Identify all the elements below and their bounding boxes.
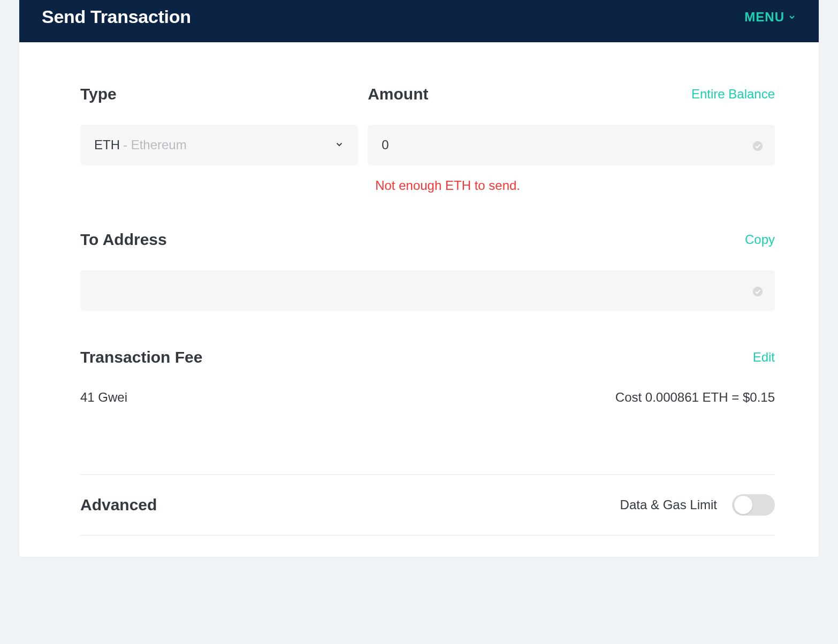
card-header: Send Transaction MENU (19, 0, 819, 42)
type-label: Type (80, 85, 117, 103)
advanced-toggle[interactable] (732, 494, 775, 516)
chevron-down-icon (334, 137, 344, 152)
checkmark-circle-icon (752, 140, 763, 150)
amount-label: Amount (368, 85, 428, 103)
svg-point-1 (753, 287, 763, 296)
fee-label: Transaction Fee (80, 348, 202, 366)
to-address-input[interactable] (94, 283, 761, 298)
amount-error: Not enough ETH to send. (375, 178, 775, 193)
toggle-label: Data & Gas Limit (620, 497, 717, 512)
divider (80, 535, 775, 535)
menu-button[interactable]: MENU (744, 10, 796, 25)
checkmark-circle-icon (752, 285, 763, 296)
copy-link[interactable]: Copy (745, 232, 775, 247)
toggle-knob (734, 496, 752, 514)
fee-gwei: 41 Gwei (80, 390, 127, 405)
to-address-label: To Address (80, 231, 167, 249)
type-symbol: ETH (94, 137, 120, 152)
amount-input-container (368, 125, 775, 165)
entire-balance-link[interactable]: Entire Balance (691, 87, 775, 102)
type-name: - Ethereum (123, 137, 187, 152)
svg-point-0 (753, 141, 763, 151)
fee-cost: Cost 0.000861 ETH = $0.15 (615, 390, 775, 405)
page-title: Send Transaction (42, 6, 191, 27)
to-address-input-container (80, 270, 775, 311)
type-select[interactable]: ETH - Ethereum (80, 125, 358, 165)
edit-fee-link[interactable]: Edit (753, 350, 775, 365)
amount-input[interactable] (382, 137, 761, 152)
advanced-label: Advanced (80, 496, 157, 514)
menu-label: MENU (744, 10, 784, 25)
chevron-down-icon (788, 13, 796, 21)
